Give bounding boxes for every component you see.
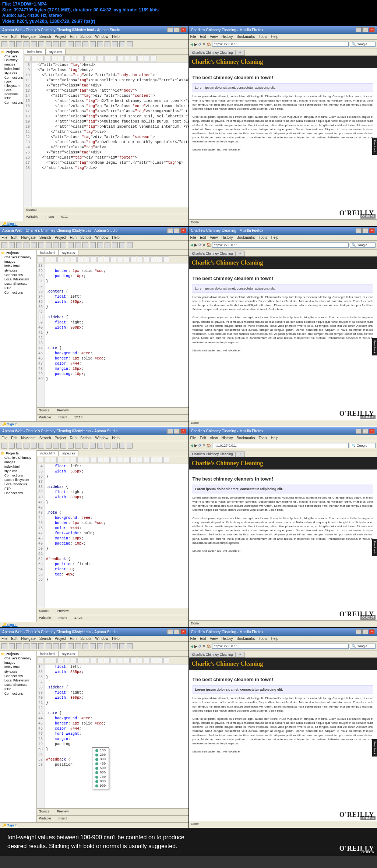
tree-root[interactable]: 📁 Projects — [1, 251, 36, 255]
url-bar[interactable]: http://127.0.0.1: — [212, 42, 349, 47]
editor-tool[interactable] — [44, 256, 50, 262]
toolbar-button[interactable] — [105, 443, 110, 449]
feedback-tab[interactable]: Feedback — [372, 138, 377, 155]
menu-item[interactable]: File — [1, 35, 7, 39]
toolbar-button[interactable] — [97, 41, 103, 47]
back-button[interactable]: ◀ — [190, 243, 193, 247]
editor-tool[interactable] — [144, 256, 149, 262]
code-editor[interactable]: float: left; width: 585px; } .sidebar { … — [45, 665, 188, 808]
editor-tool[interactable] — [117, 56, 123, 61]
editor-tool[interactable] — [91, 56, 97, 61]
editor-tool[interactable] — [71, 658, 77, 663]
toolbar-button[interactable] — [24, 443, 29, 449]
editor-tool[interactable] — [144, 56, 150, 61]
menu-item[interactable]: File — [1, 637, 7, 641]
editor-tool[interactable] — [91, 457, 96, 463]
tree-root[interactable]: 📁 Projects — [1, 652, 36, 656]
toolbar-button[interactable] — [82, 41, 88, 47]
tree-item[interactable]: FTP — [1, 286, 36, 290]
toolbar-button[interactable] — [119, 41, 125, 47]
editor-tool[interactable] — [144, 658, 149, 663]
menu-item[interactable]: Run — [70, 35, 77, 39]
toolbar-button[interactable] — [75, 242, 81, 248]
search-box[interactable]: 🔍 Google — [350, 242, 376, 248]
close-button[interactable]: × — [180, 429, 186, 434]
preview-tab[interactable]: Preview — [57, 408, 69, 414]
maximize-button[interactable]: □ — [362, 27, 368, 32]
autocomplete-item[interactable]: 600 — [93, 770, 108, 775]
toolbar-button[interactable] — [1, 41, 7, 47]
forward-button[interactable]: ▶ — [194, 443, 197, 447]
minimize-button[interactable]: _ — [167, 228, 173, 233]
toolbar-button[interactable] — [82, 443, 88, 449]
minimize-button[interactable]: _ — [167, 629, 173, 634]
tree-item[interactable]: style.css — [1, 469, 36, 473]
toolbar-button[interactable] — [38, 242, 44, 248]
toolbar-button[interactable] — [53, 643, 59, 649]
editor-tool[interactable] — [84, 256, 90, 262]
close-button[interactable]: × — [369, 629, 375, 634]
toolbar-button[interactable] — [68, 643, 74, 649]
editor-tool[interactable] — [38, 457, 43, 463]
menu-item[interactable]: Edit — [11, 35, 17, 39]
signin-link[interactable]: 🔑 Sign In — [0, 822, 188, 828]
maximize-button[interactable]: □ — [174, 228, 180, 233]
tab-index-html[interactable]: index.html — [37, 450, 59, 456]
tree-item[interactable]: style.css — [1, 268, 36, 273]
editor-tool[interactable] — [163, 457, 169, 463]
menu-item[interactable]: Bookmarks — [236, 637, 255, 641]
new-tab-button[interactable]: + — [235, 251, 245, 256]
tree-item[interactable]: Local Filesystem — [1, 277, 36, 281]
close-button[interactable]: × — [180, 228, 186, 233]
editor-tool[interactable] — [144, 457, 149, 463]
back-button[interactable]: ◀ — [190, 42, 193, 46]
toolbar-button[interactable] — [112, 242, 118, 248]
editor-tool[interactable] — [110, 256, 116, 262]
source-tab[interactable]: Source — [26, 208, 37, 213]
preview-tab[interactable]: Preview — [57, 609, 69, 614]
menu-item[interactable]: Navigate — [21, 637, 35, 641]
tree-item[interactable]: Connections — [1, 290, 36, 295]
toolbar-button[interactable] — [16, 443, 22, 449]
menu-item[interactable]: Scripts — [80, 436, 92, 440]
url-bar[interactable]: http://127.0.0.1: — [212, 443, 349, 448]
signin-link[interactable]: 🔑 Sign In — [0, 221, 188, 226]
toolbar-button[interactable] — [24, 242, 29, 248]
menu-item[interactable]: Help — [112, 235, 120, 240]
code-editor[interactable]: float: left; width: 585px; } .sidebar { … — [45, 464, 188, 608]
editor-tool[interactable] — [38, 658, 43, 663]
tree-item[interactable]: images — [1, 259, 36, 264]
home-button[interactable]: 🏠 — [207, 243, 211, 247]
toolbar-button[interactable] — [53, 443, 59, 449]
tree-item[interactable]: images — [1, 460, 36, 464]
menu-item[interactable]: Edit — [11, 637, 17, 641]
editor-tool[interactable] — [64, 658, 70, 663]
toolbar-button[interactable] — [119, 242, 125, 248]
url-bar[interactable]: http://127.0.0.1: — [212, 644, 349, 649]
menu-item[interactable]: Run — [70, 235, 77, 240]
toolbar-button[interactable] — [1, 643, 7, 649]
maximize-button[interactable]: □ — [174, 429, 180, 434]
editor-tool[interactable] — [137, 256, 143, 262]
toolbar-button[interactable] — [9, 41, 15, 47]
toolbar-button[interactable] — [60, 643, 66, 649]
editor-tool[interactable] — [57, 457, 63, 463]
toolbar-button[interactable] — [127, 242, 133, 248]
editor-tool[interactable] — [130, 256, 136, 262]
menu-item[interactable]: File — [190, 35, 196, 39]
new-tab-button[interactable]: + — [235, 451, 245, 457]
toolbar-button[interactable] — [16, 242, 22, 248]
menu-item[interactable]: Project — [55, 35, 66, 39]
menu-item[interactable]: Navigate — [21, 436, 35, 440]
editor-tool[interactable] — [57, 256, 63, 262]
search-box[interactable]: 🔍 Google — [350, 42, 376, 47]
menu-item[interactable]: Edit — [11, 235, 17, 240]
toolbar-button[interactable] — [31, 41, 37, 47]
menu-item[interactable]: View — [210, 436, 218, 440]
toolbar-button[interactable] — [9, 242, 15, 248]
toolbar-button[interactable] — [90, 443, 96, 449]
feedback-tab[interactable]: Feedback — [372, 338, 377, 355]
editor-tool[interactable] — [111, 56, 117, 61]
editor-tool[interactable] — [157, 658, 163, 663]
toolbar-button[interactable] — [119, 643, 125, 649]
